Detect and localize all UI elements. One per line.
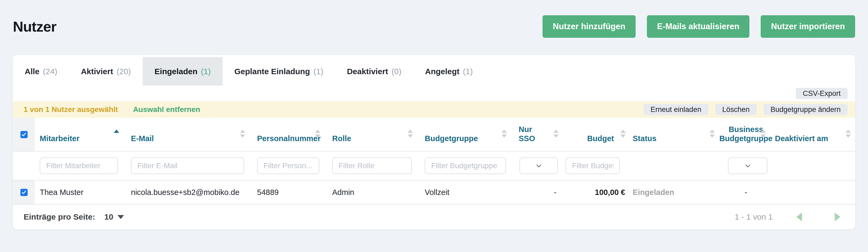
column-header-deaktiviert-am[interactable]: Deaktiviert am: [770, 118, 855, 151]
chevron-down-icon: [744, 162, 752, 170]
tab-count: (1): [463, 67, 473, 76]
column-label: Budgetgruppe: [425, 134, 478, 143]
tab-label: Deaktiviert: [347, 67, 388, 76]
tab-count: (1): [313, 67, 323, 76]
sort-icon: [761, 130, 766, 138]
csv-export-button[interactable]: CSV-Export: [796, 88, 847, 99]
top-bar-actions: Nutzer hinzufügen E-Mails aktualisieren …: [542, 15, 855, 38]
cell-deaktiviert-am: [770, 180, 855, 204]
selection-count-text: 1 von 1 Nutzer ausgewählt: [24, 105, 118, 114]
cell-business-budgetgruppe: -: [722, 180, 770, 204]
caret-down-icon[interactable]: [118, 215, 124, 219]
reinvite-button[interactable]: Erneut einladen: [644, 104, 708, 115]
selection-actions: Erneut einladen Löschen Budgetgruppe änd…: [644, 104, 847, 115]
tab-label: Geplante Einladung: [235, 67, 310, 76]
row-checkbox[interactable]: [21, 189, 28, 196]
sso-filter-select[interactable]: [520, 157, 558, 174]
column-header-status[interactable]: Status: [628, 118, 722, 151]
per-page-label: Einträge pro Seite:: [24, 212, 95, 221]
checkmark-icon: [21, 190, 27, 195]
tab-angelegt[interactable]: Angelegt (1): [413, 57, 485, 86]
filter-cell-budgetgruppe: [420, 152, 514, 180]
sort-icon: [709, 130, 715, 138]
chevron-down-icon: [535, 162, 543, 170]
column-header-mitarbeiter[interactable]: Mitarbeiter: [35, 118, 126, 151]
select-all-checkbox[interactable]: [21, 131, 28, 138]
cell-nur-sso: -: [514, 180, 561, 204]
checkmark-icon: [21, 132, 27, 137]
cell-rolle: Admin: [327, 180, 420, 204]
rolle-filter-input[interactable]: [332, 157, 412, 174]
table-row[interactable]: Thea Muster nicola.buesse+sb2@mobiko.de …: [13, 180, 855, 205]
personalnummer-filter-input[interactable]: [257, 157, 319, 174]
tab-count: (24): [43, 67, 57, 76]
sort-icon: [845, 130, 851, 138]
filter-cell-email: [126, 152, 252, 180]
table-filter-row: [13, 152, 855, 180]
sort-icon: [408, 130, 413, 138]
tab-count: (20): [117, 67, 131, 76]
budget-filter-input[interactable]: [566, 157, 620, 174]
column-header-personalnummer[interactable]: Personalnummer: [252, 118, 327, 151]
column-label: Rolle: [332, 134, 351, 143]
add-user-button[interactable]: Nutzer hinzufügen: [542, 15, 636, 38]
tab-label: Alle: [25, 67, 39, 76]
filter-cell-rolle: [327, 152, 420, 180]
budgetgruppe-filter-input[interactable]: [425, 157, 506, 174]
csv-export-row: CSV-Export: [13, 86, 855, 101]
filter-cell-business-budgetgruppe: [722, 152, 770, 180]
users-card: Alle (24) Aktiviert (20) Eingeladen (1) …: [13, 55, 855, 229]
business-budgetgruppe-filter-select[interactable]: [728, 157, 767, 174]
import-users-button[interactable]: Nutzer importieren: [761, 15, 855, 38]
tab-alle[interactable]: Alle (24): [13, 57, 69, 86]
row-select-cell: [13, 180, 35, 204]
clear-selection-link[interactable]: Auswahl entfernen: [133, 105, 200, 114]
cell-personalnummer: 54889: [252, 180, 327, 204]
column-label: E-Mail: [131, 134, 154, 143]
cell-budget: 100,00 €: [561, 180, 628, 204]
filter-cell-deaktiviert-am: [770, 152, 855, 180]
tab-label: Angelegt: [425, 67, 459, 76]
tab-deaktiviert[interactable]: Deaktiviert (0): [335, 57, 413, 86]
status-tabs: Alle (24) Aktiviert (20) Eingeladen (1) …: [13, 55, 855, 86]
table-header-row: Mitarbeiter E-Mail Personalnummer Rolle …: [13, 118, 855, 152]
prev-page-icon[interactable]: [796, 213, 802, 221]
email-filter-input[interactable]: [131, 157, 244, 174]
column-label: Personalnummer: [257, 134, 321, 143]
filter-cell-nur-sso: [514, 152, 561, 180]
pagination: 1 - 1 von 1: [735, 212, 840, 221]
tab-eingeladen[interactable]: Eingeladen (1): [143, 57, 223, 86]
cell-budgetgruppe: Vollzeit: [420, 180, 514, 204]
column-label: Budget: [587, 134, 614, 143]
tab-aktiviert[interactable]: Aktiviert (20): [69, 57, 143, 86]
column-header-nur-sso[interactable]: Nur SSO: [514, 118, 561, 151]
per-page-value[interactable]: 10: [104, 212, 113, 221]
mitarbeiter-filter-input[interactable]: [40, 157, 118, 174]
pagination-range-text: 1 - 1 von 1: [735, 212, 773, 221]
column-label: Nur SSO: [519, 125, 547, 143]
user-admin-page: Nutzer Nutzer hinzufügen E-Mails aktuali…: [0, 14, 868, 229]
sort-icon: [501, 130, 507, 138]
sort-icon: [620, 130, 626, 138]
column-header-rolle[interactable]: Rolle: [327, 118, 420, 151]
column-label: Status: [633, 134, 657, 143]
column-header-budgetgruppe[interactable]: Budgetgruppe: [420, 118, 514, 151]
next-page-icon[interactable]: [835, 213, 840, 221]
tab-count: (1): [201, 67, 211, 76]
update-emails-button[interactable]: E-Mails aktualisieren: [647, 15, 750, 38]
column-label: Deaktiviert am: [775, 134, 828, 143]
column-header-budget[interactable]: Budget: [561, 118, 628, 151]
cell-email: nicola.buesse+sb2@mobiko.de: [126, 180, 252, 204]
sort-icon: [553, 130, 559, 138]
filter-cell-status: [628, 152, 722, 180]
delete-button[interactable]: Löschen: [715, 104, 757, 115]
column-header-business-budgetgruppe[interactable]: BusinessBudgetgruppe: [722, 118, 770, 151]
filter-empty-cell: [13, 152, 35, 180]
change-budgetgroup-button[interactable]: Budgetgruppe ändern: [764, 104, 847, 115]
page-title: Nutzer: [13, 18, 56, 35]
tab-geplante-einladung[interactable]: Geplante Einladung (1): [223, 57, 335, 86]
sort-icon: [315, 130, 320, 138]
column-header-email[interactable]: E-Mail: [126, 118, 252, 151]
tab-count: (0): [392, 67, 401, 76]
tab-label: Aktiviert: [81, 67, 113, 76]
